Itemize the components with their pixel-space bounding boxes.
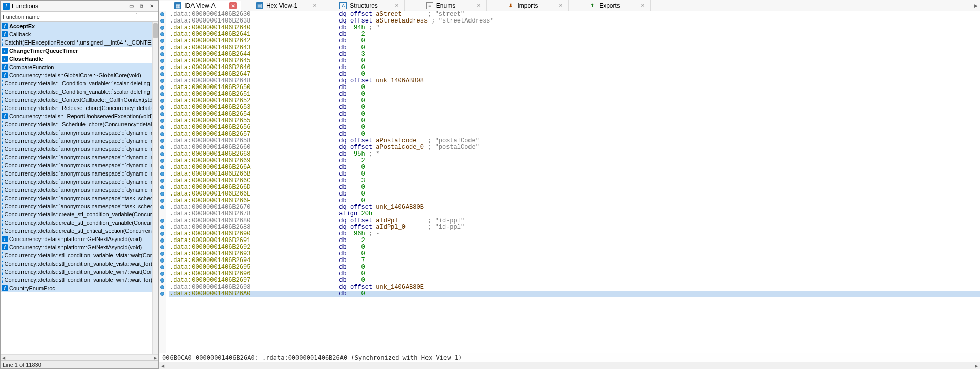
panel-restore-button[interactable]: ▭ bbox=[126, 3, 136, 10]
disassembly-view[interactable]: .data:00000001406B2630 dq offset aStreet… bbox=[159, 11, 980, 353]
breakpoint-dot[interactable] bbox=[160, 46, 164, 50]
breakpoint-dot[interactable] bbox=[160, 292, 164, 296]
function-row[interactable]: fConcurrency::details::`anonymous namesp… bbox=[1, 145, 158, 153]
scrollbar-thumb[interactable] bbox=[153, 23, 158, 38]
scroll-left-icon[interactable]: ◀ bbox=[159, 363, 166, 369]
function-row[interactable]: fConcurrency::details::`anonymous namesp… bbox=[1, 153, 158, 161]
breakpoint-dot[interactable] bbox=[160, 192, 164, 196]
breakpoint-gutter[interactable] bbox=[159, 11, 166, 353]
function-row[interactable]: fConcurrency::details::_Release_chore(Co… bbox=[1, 104, 158, 112]
tab-enums[interactable]: ≡Enums✕ bbox=[405, 0, 487, 11]
tab-close-icon[interactable]: ✕ bbox=[475, 2, 482, 9]
function-row[interactable]: fConcurrency::details::platform::GetNext… bbox=[1, 235, 158, 243]
breakpoint-dot[interactable] bbox=[160, 19, 164, 23]
function-row[interactable]: fCountryEnumProc bbox=[1, 284, 158, 292]
breakpoint-dot[interactable] bbox=[160, 12, 164, 16]
function-row[interactable]: fConcurrency::details::_Condition_variab… bbox=[1, 79, 158, 88]
functions-scrollbar-v[interactable] bbox=[152, 22, 158, 354]
breakpoint-dot[interactable] bbox=[160, 152, 164, 156]
tab-close-icon[interactable]: ✕ bbox=[229, 2, 237, 9]
breakpoint-dot[interactable] bbox=[160, 199, 164, 203]
function-row[interactable]: fConcurrency::details::platform::GetNext… bbox=[1, 243, 158, 251]
tab-hex-view-1[interactable]: ▤Hex View-1✕ bbox=[241, 0, 323, 11]
breakpoint-dot[interactable] bbox=[160, 285, 164, 289]
breakpoint-dot[interactable] bbox=[160, 72, 164, 76]
tab-close-icon[interactable]: ✕ bbox=[639, 2, 646, 9]
function-row[interactable]: fConcurrency::details::create_stl_condit… bbox=[1, 219, 158, 227]
function-row[interactable]: fCompareFunction bbox=[1, 63, 158, 71]
breakpoint-dot[interactable] bbox=[160, 79, 164, 83]
scroll-right-icon[interactable]: ▶ bbox=[973, 363, 980, 369]
breakpoint-dot[interactable] bbox=[160, 258, 164, 263]
function-row[interactable]: fConcurrency::details::`anonymous namesp… bbox=[1, 161, 158, 169]
function-row[interactable]: fConcurrency::details::GlobalCore::~Glob… bbox=[1, 71, 158, 79]
breakpoint-dot[interactable] bbox=[160, 205, 164, 209]
function-row[interactable]: fConcurrency::details::`anonymous namesp… bbox=[1, 128, 158, 137]
function-row[interactable]: fConcurrency::details::_ReportUnobserved… bbox=[1, 112, 158, 120]
function-row[interactable]: fConcurrency::details::_ContextCallback:… bbox=[1, 96, 158, 104]
function-row[interactable]: fConcurrency::details::_Condition_variab… bbox=[1, 88, 158, 96]
function-row[interactable]: fCloseHandle bbox=[1, 55, 158, 63]
functions-scrollbar-h[interactable]: ◀ ▶ bbox=[1, 354, 158, 360]
breakpoint-dot[interactable] bbox=[160, 278, 164, 283]
breakpoint-dot[interactable] bbox=[160, 119, 164, 123]
function-row[interactable]: fConcurrency::details::stl_condition_var… bbox=[1, 259, 158, 268]
function-row[interactable]: fConcurrency::details::`anonymous namesp… bbox=[1, 169, 158, 178]
function-row[interactable]: fConcurrency::details::stl_condition_var… bbox=[1, 276, 158, 284]
breakpoint-dot[interactable] bbox=[160, 172, 164, 176]
breakpoint-dot[interactable] bbox=[160, 99, 164, 103]
tab-close-icon[interactable]: ✕ bbox=[311, 2, 318, 9]
tab-scroll-right-icon[interactable]: ▶ bbox=[972, 0, 980, 11]
function-row[interactable]: fConcurrency::details::create_stl_condit… bbox=[1, 210, 158, 219]
function-row[interactable]: fConcurrency::details::stl_condition_var… bbox=[1, 251, 158, 259]
function-row[interactable]: fConcurrency::details::`anonymous namesp… bbox=[1, 137, 158, 145]
breakpoint-dot[interactable] bbox=[160, 59, 164, 63]
scroll-left-icon[interactable]: ◀ bbox=[1, 355, 7, 361]
function-row[interactable]: fConcurrency::details::`anonymous namesp… bbox=[1, 178, 158, 186]
breakpoint-dot[interactable] bbox=[160, 125, 164, 129]
functions-column-header[interactable]: Function name ˄ bbox=[1, 12, 158, 22]
breakpoint-dot[interactable] bbox=[160, 132, 164, 136]
breakpoint-dot[interactable] bbox=[160, 179, 164, 183]
scroll-right-icon[interactable]: ▶ bbox=[152, 355, 158, 361]
breakpoint-dot[interactable] bbox=[160, 26, 164, 30]
panel-popout-button[interactable]: ⧉ bbox=[137, 3, 146, 10]
tab-structures[interactable]: AStructures✕ bbox=[323, 0, 405, 11]
tab-close-icon[interactable]: ✕ bbox=[393, 2, 400, 9]
breakpoint-dot[interactable] bbox=[160, 105, 164, 110]
breakpoint-dot[interactable] bbox=[160, 112, 164, 116]
tab-ida-view-a[interactable]: ▦IDA View-A✕ bbox=[159, 1, 241, 11]
breakpoint-dot[interactable] bbox=[160, 238, 164, 243]
breakpoint-dot[interactable] bbox=[160, 219, 164, 223]
breakpoint-dot[interactable] bbox=[160, 139, 164, 143]
breakpoint-dot[interactable] bbox=[160, 245, 164, 249]
function-row[interactable]: fConcurrency::details::create_stl_critic… bbox=[1, 227, 158, 235]
disasm-line[interactable]: .data:00000001406B26A0 db 0 bbox=[169, 291, 980, 297]
function-row[interactable]: fCatchIt(EHExceptionRecord *,unsigned __… bbox=[1, 38, 158, 47]
breakpoint-dot[interactable] bbox=[160, 39, 164, 43]
breakpoint-dot[interactable] bbox=[160, 232, 164, 236]
tab-close-icon[interactable]: ✕ bbox=[557, 2, 564, 9]
breakpoint-dot[interactable] bbox=[160, 85, 164, 90]
breakpoint-dot[interactable] bbox=[160, 265, 164, 269]
breakpoint-dot[interactable] bbox=[160, 145, 164, 149]
breakpoint-dot[interactable] bbox=[160, 66, 164, 70]
function-row[interactable]: fChangeTimerQueueTimer bbox=[1, 47, 158, 55]
panel-close-button[interactable]: ✕ bbox=[147, 3, 156, 10]
function-row[interactable]: fConcurrency::details::`anonymous namesp… bbox=[1, 194, 158, 202]
breakpoint-dot[interactable] bbox=[160, 92, 164, 96]
tab-imports[interactable]: ⬇Imports✕ bbox=[487, 0, 569, 11]
breakpoint-dot[interactable] bbox=[160, 32, 164, 36]
function-row[interactable]: fConcurrency::details::`anonymous namesp… bbox=[1, 202, 158, 210]
breakpoint-dot[interactable] bbox=[160, 165, 164, 169]
breakpoint-dot[interactable] bbox=[160, 225, 164, 229]
breakpoint-dot[interactable] bbox=[160, 52, 164, 56]
function-row[interactable]: fConcurrency::details::_Schedule_chore(C… bbox=[1, 120, 158, 128]
function-row[interactable]: fAcceptEx bbox=[1, 22, 158, 30]
functions-list[interactable]: fAcceptExfCallbackfCatchIt(EHExceptionRe… bbox=[1, 22, 158, 354]
function-row[interactable]: fCallback bbox=[1, 30, 158, 38]
breakpoint-dot[interactable] bbox=[160, 185, 164, 189]
function-row[interactable]: fConcurrency::details::stl_condition_var… bbox=[1, 268, 158, 276]
function-row[interactable]: fConcurrency::details::`anonymous namesp… bbox=[1, 186, 158, 194]
breakpoint-dot[interactable] bbox=[160, 272, 164, 276]
